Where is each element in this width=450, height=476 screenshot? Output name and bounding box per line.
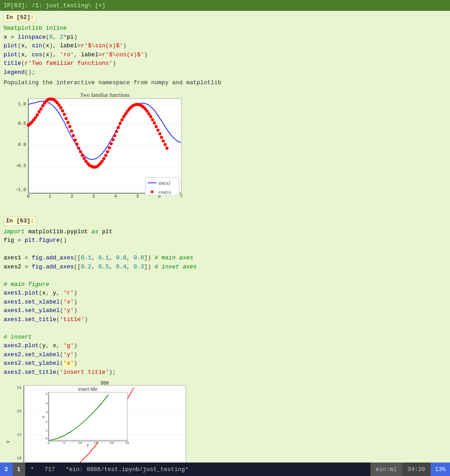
code-line: axes2.plot(y, x, 'g')	[4, 341, 446, 350]
svg-point-103	[151, 190, 153, 193]
svg-point-75	[122, 115, 126, 118]
svg-text:2: 2	[45, 420, 48, 424]
svg-point-76	[124, 112, 127, 115]
svg-text:5: 5	[63, 441, 66, 445]
status-mode: ein:ml	[370, 462, 402, 476]
svg-point-92	[153, 121, 156, 124]
svg-text:15: 15	[17, 433, 22, 437]
svg-point-88	[146, 109, 149, 113]
svg-point-65	[104, 154, 108, 157]
svg-text:20: 20	[109, 441, 114, 445]
code-line: # main figure	[4, 280, 446, 289]
svg-text:5: 5	[136, 194, 139, 199]
svg-text:0: 0	[45, 436, 48, 440]
code-line	[4, 271, 446, 280]
svg-text:1.0: 1.0	[18, 102, 26, 107]
svg-point-27	[36, 113, 39, 116]
svg-point-49	[76, 142, 79, 145]
code-line: plot(x, sin(x), label=r'$\sin(x)$')	[4, 41, 446, 50]
svg-point-64	[103, 157, 106, 160]
svg-point-46	[70, 129, 73, 132]
svg-point-29	[40, 107, 43, 110]
svg-text:1: 1	[49, 194, 51, 199]
svg-point-89	[148, 112, 151, 115]
svg-text:0.5: 0.5	[18, 121, 26, 126]
svg-text:10: 10	[78, 441, 82, 445]
code-line: axes1.plot(x, y, 'r')	[4, 289, 446, 298]
status-right: ein:ml 34:20 13%	[370, 462, 450, 476]
svg-text:y: y	[5, 440, 10, 443]
svg-text:−1.0: −1.0	[15, 187, 26, 192]
svg-text:0: 0	[48, 441, 50, 445]
svg-point-42	[63, 113, 66, 116]
svg-text:25: 25	[17, 386, 22, 390]
svg-text:4: 4	[114, 194, 117, 199]
code-line: axes2.set_xlabel('y')	[4, 350, 446, 359]
svg-point-52	[81, 154, 84, 157]
code-line: axes2.set_ylabel('x')	[4, 359, 446, 368]
title-text: IP[63]: /1: just_testing\ [+]	[4, 2, 105, 9]
svg-text:2: 2	[71, 194, 73, 199]
code-line	[4, 245, 446, 254]
svg-text:7: 7	[180, 194, 183, 199]
status-center: * 717 *ein: 8888/test.ipynb/just_testing…	[25, 466, 370, 473]
svg-point-28	[38, 110, 41, 113]
svg-point-99	[166, 146, 169, 150]
svg-point-50	[77, 146, 81, 150]
code-line: legend();	[4, 68, 446, 77]
svg-point-51	[79, 150, 82, 153]
status-notebook: *ein: 8888/test.ipynb/just_testing*	[66, 466, 189, 473]
svg-text:5: 5	[45, 392, 48, 396]
svg-point-67	[108, 146, 111, 149]
svg-point-26	[34, 116, 37, 119]
svg-point-69	[112, 138, 115, 141]
svg-point-73	[119, 122, 122, 125]
status-percent: 13%	[431, 462, 450, 476]
svg-text:y: y	[86, 443, 89, 448]
svg-point-96	[160, 136, 163, 139]
code-block-1: %matplotlib inline x = linspace(0, 2*pi)…	[4, 23, 446, 77]
svg-text:15: 15	[94, 441, 98, 445]
svg-point-41	[61, 109, 64, 112]
plot-svg-1: Two familiar functions 1.0 0.5 0.0 −0.5 …	[4, 92, 193, 209]
svg-text:4: 4	[45, 401, 48, 405]
svg-point-95	[158, 132, 162, 135]
svg-text:title: title	[101, 381, 109, 386]
status-position: 34:20	[402, 462, 431, 476]
svg-text:−0.5: −0.5	[15, 163, 26, 168]
status-asterisk: *	[31, 466, 34, 473]
svg-point-70	[113, 134, 117, 137]
svg-point-39	[58, 103, 61, 106]
plot-2: title y x 25 20 15 10 5 0 0 1 2	[4, 381, 446, 462]
plot-1: Two familiar functions 1.0 0.5 0.0 −0.5 …	[4, 92, 446, 209]
svg-rect-128	[49, 392, 127, 442]
svg-text:20: 20	[17, 409, 22, 414]
code-line: plot(x, cos(x), 'ro', label=r'$\cos(x)$'…	[4, 50, 446, 59]
svg-text:3: 3	[45, 410, 48, 414]
svg-point-40	[59, 106, 63, 109]
svg-point-90	[149, 115, 153, 118]
code-line: axes2.set_title('insert title');	[4, 368, 446, 377]
svg-point-44	[67, 121, 70, 124]
code-line: fig = plt.figure()	[4, 236, 446, 245]
svg-point-63	[101, 159, 104, 163]
status-cell-num: 717	[45, 466, 55, 473]
svg-point-68	[110, 142, 113, 145]
code-line: # insert	[4, 333, 446, 342]
status-num-blue: 2	[0, 462, 13, 476]
svg-point-94	[157, 128, 160, 131]
svg-text:sin(x): sin(x)	[158, 180, 170, 186]
svg-text:1: 1	[45, 429, 48, 433]
svg-text:x: x	[41, 416, 46, 418]
svg-text:10: 10	[17, 456, 22, 461]
code-line: axes1.set_xlabel('x')	[4, 298, 446, 307]
code-line: axes1.set_title('title')	[4, 315, 446, 324]
code-line: axes1.set_ylabel('y')	[4, 306, 446, 315]
svg-point-93	[155, 125, 158, 128]
input-prompt-2[interactable]: In [63]:	[4, 216, 36, 226]
svg-text:insert title: insert title	[78, 387, 98, 392]
code-line: title(r'Two familiar functions')	[4, 59, 446, 68]
svg-point-71	[115, 130, 118, 133]
code-line	[4, 324, 446, 333]
input-prompt-1[interactable]: In [52]:	[4, 13, 36, 22]
